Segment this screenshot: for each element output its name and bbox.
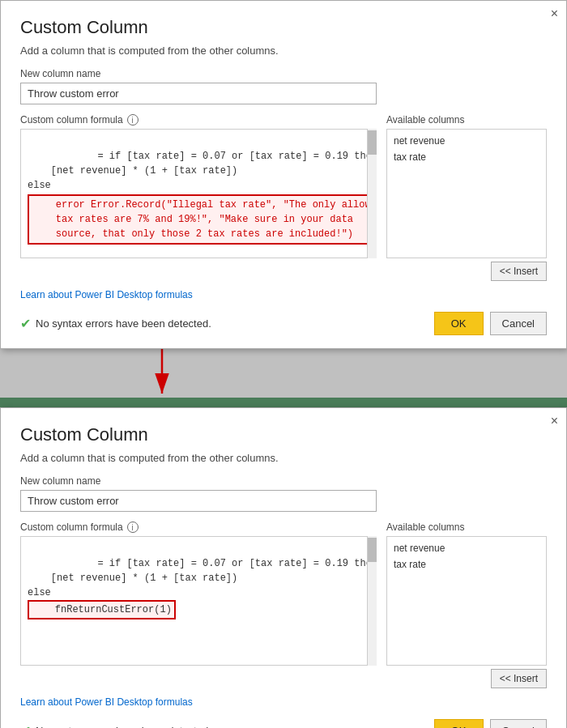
learn-link-1[interactable]: Learn about Power BI Desktop formulas [20, 289, 547, 300]
column-name-input-2[interactable] [20, 490, 377, 512]
formula-info-icon-1[interactable]: i [127, 114, 139, 126]
formula-label-2: Custom column formula i [20, 522, 377, 533]
available-columns-label-2: Available columns [386, 522, 547, 533]
fn-highlight-2: fnReturnCustError(1) [28, 600, 176, 619]
formula-editor-2[interactable]: = if [tax rate] = 0.07 or [tax rate] = 0… [20, 536, 377, 666]
formula-label-1: Custom column formula i [20, 114, 377, 126]
ok-button-2[interactable]: OK [434, 719, 484, 728]
columns-list-2: net revenue tax rate [386, 536, 547, 666]
dialog1-subtitle: Add a column that is computed from the o… [20, 45, 547, 57]
close-button-1[interactable]: × [551, 7, 558, 20]
ok-button-1[interactable]: OK [434, 312, 484, 335]
column-name-input-1[interactable] [20, 83, 377, 104]
check-icon-2: ✔ [20, 723, 31, 728]
arrow-divider [0, 349, 567, 398]
column-item-net-revenue-1[interactable]: net revenue [387, 133, 546, 149]
dialog2: × Custom Column Add a column that is com… [0, 407, 567, 728]
formula-editor-1[interactable]: = if [tax rate] = 0.07 or [tax rate] = 0… [20, 129, 377, 258]
error-highlight-1: error Error.Record("Illegal tax rate", "… [28, 194, 377, 245]
column-item-tax-rate-2[interactable]: tax rate [387, 556, 546, 573]
no-errors-text-2: No syntax errors have been detected. [36, 725, 211, 728]
dialog1-title: Custom Column [20, 17, 547, 38]
formula-info-icon-2[interactable]: i [127, 522, 139, 533]
column-item-tax-rate-1[interactable]: tax rate [387, 149, 546, 165]
column-name-label-2: New column name [20, 475, 547, 487]
dialog2-subtitle: Add a column that is computed from the o… [20, 452, 547, 464]
column-item-net-revenue-2[interactable]: net revenue [387, 540, 546, 556]
no-errors-text-1: No syntax errors have been detected. [36, 317, 211, 330]
column-name-label-1: New column name [20, 68, 547, 79]
insert-button-1[interactable]: << Insert [491, 262, 547, 281]
status-bar-1: ✔ No syntax errors have been detected. O… [20, 312, 547, 335]
status-bar-2: ✔ No syntax errors have been detected. O… [20, 719, 547, 728]
insert-button-2[interactable]: << Insert [491, 669, 547, 688]
cancel-button-1[interactable]: Cancel [490, 312, 547, 335]
learn-link-2[interactable]: Learn about Power BI Desktop formulas [20, 696, 547, 708]
available-columns-label-1: Available columns [386, 114, 547, 126]
columns-list-1: net revenue tax rate [386, 129, 547, 258]
close-button-2[interactable]: × [551, 415, 558, 428]
dialog1: × Custom Column Add a column that is com… [0, 0, 567, 349]
check-icon-1: ✔ [20, 316, 31, 331]
cancel-button-2[interactable]: Cancel [490, 719, 547, 728]
dialog2-title: Custom Column [20, 424, 547, 445]
divider-bar [0, 398, 567, 407]
